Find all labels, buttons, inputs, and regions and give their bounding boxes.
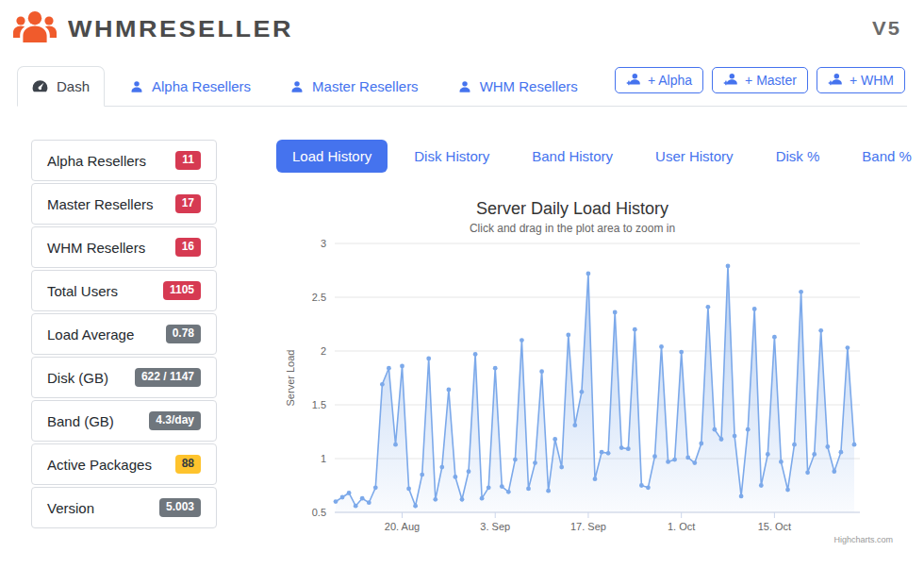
data-point[interactable] <box>792 443 797 447</box>
data-point[interactable] <box>619 445 624 450</box>
chart-credit[interactable]: Highcharts.com <box>833 535 893 544</box>
data-point[interactable] <box>646 485 651 490</box>
stat-row: Disk (GB) 622 / 1147 <box>31 357 217 398</box>
data-point[interactable] <box>706 305 711 309</box>
data-point[interactable] <box>493 366 498 371</box>
chart-tab[interactable]: Disk % <box>760 140 836 173</box>
data-point[interactable] <box>713 427 718 432</box>
data-point[interactable] <box>360 496 365 501</box>
nav-tab[interactable]: Alpha Resellers <box>116 66 265 107</box>
stat-badge: 622 / 1147 <box>135 368 201 386</box>
data-point[interactable] <box>719 437 724 442</box>
data-point[interactable] <box>467 469 471 474</box>
data-point[interactable] <box>393 443 398 447</box>
data-point[interactable] <box>818 328 823 333</box>
chart-tab[interactable]: Disk History <box>398 140 505 173</box>
chart-tab[interactable]: Load History <box>276 140 388 173</box>
data-point[interactable] <box>340 495 345 500</box>
data-point[interactable] <box>487 485 491 490</box>
data-point[interactable] <box>733 434 737 439</box>
data-point[interactable] <box>500 484 504 489</box>
data-point[interactable] <box>666 460 670 464</box>
data-point[interactable] <box>852 443 857 447</box>
chart-tab[interactable]: Band % <box>846 140 924 173</box>
nav-tab[interactable]: Master Resellers <box>276 66 433 107</box>
data-point[interactable] <box>354 504 358 509</box>
data-point[interactable] <box>572 423 577 427</box>
data-point[interactable] <box>539 369 544 374</box>
nav-tab[interactable]: Dash <box>17 66 105 107</box>
data-point[interactable] <box>805 470 810 475</box>
data-point[interactable] <box>832 469 836 474</box>
data-point[interactable] <box>772 335 777 340</box>
load-history-chart[interactable]: Server Daily Load HistoryClick and drag … <box>278 189 900 557</box>
data-point[interactable] <box>460 497 465 502</box>
data-point[interactable] <box>739 494 744 499</box>
data-point[interactable] <box>785 488 790 493</box>
stat-row: Load Average 0.78 <box>31 313 217 355</box>
data-point[interactable] <box>639 483 644 488</box>
data-point[interactable] <box>659 344 664 349</box>
data-point[interactable] <box>373 485 378 490</box>
x-tick-label: 17. Sep <box>570 521 606 532</box>
data-point[interactable] <box>447 388 452 393</box>
chart-tab[interactable]: User History <box>639 140 750 173</box>
data-point[interactable] <box>347 491 352 495</box>
data-point[interactable] <box>454 475 458 479</box>
data-point[interactable] <box>812 452 817 457</box>
data-point[interactable] <box>387 366 391 371</box>
data-point[interactable] <box>699 442 703 446</box>
data-point[interactable] <box>600 450 604 455</box>
data-point[interactable] <box>652 454 657 459</box>
data-point[interactable] <box>553 437 557 442</box>
nav-tab[interactable]: WHM Resellers <box>444 66 592 107</box>
data-point[interactable] <box>334 499 338 504</box>
data-point[interactable] <box>672 458 677 462</box>
data-point[interactable] <box>825 444 830 449</box>
data-point[interactable] <box>839 450 844 455</box>
data-point[interactable] <box>633 327 637 332</box>
data-point[interactable] <box>679 350 684 355</box>
data-point[interactable] <box>413 504 418 509</box>
data-point[interactable] <box>746 427 751 432</box>
data-point[interactable] <box>420 473 424 477</box>
stat-badge: 88 <box>175 455 201 473</box>
data-point[interactable] <box>606 451 611 456</box>
data-point[interactable] <box>685 456 690 460</box>
data-point[interactable] <box>526 487 531 492</box>
data-point[interactable] <box>752 307 757 311</box>
data-point[interactable] <box>480 496 485 501</box>
data-point[interactable] <box>433 497 437 502</box>
data-point[interactable] <box>439 465 444 470</box>
data-point[interactable] <box>473 352 478 357</box>
data-point[interactable] <box>846 345 850 350</box>
data-point[interactable] <box>779 460 784 464</box>
data-point[interactable] <box>759 483 764 488</box>
data-point[interactable] <box>766 452 770 457</box>
data-point[interactable] <box>559 465 564 470</box>
data-point[interactable] <box>626 446 631 451</box>
stat-label: WHM Resellers <box>47 240 145 256</box>
data-point[interactable] <box>726 264 731 269</box>
data-point[interactable] <box>400 364 404 369</box>
data-point[interactable] <box>613 310 618 315</box>
data-point[interactable] <box>506 490 511 494</box>
data-point[interactable] <box>513 458 518 462</box>
add-button[interactable]: + Master <box>712 67 808 93</box>
add-button[interactable]: + Alpha <box>615 67 703 93</box>
data-point[interactable] <box>593 476 598 481</box>
data-point[interactable] <box>367 500 371 505</box>
data-point[interactable] <box>533 460 537 465</box>
data-point[interactable] <box>520 338 524 343</box>
data-point[interactable] <box>692 460 697 465</box>
data-point[interactable] <box>799 290 803 294</box>
data-point[interactable] <box>426 357 431 361</box>
chart-tab[interactable]: Band History <box>516 140 629 173</box>
data-point[interactable] <box>586 272 591 276</box>
add-button[interactable]: + WHM <box>817 67 905 93</box>
data-point[interactable] <box>546 489 551 493</box>
data-point[interactable] <box>380 382 385 387</box>
data-point[interactable] <box>406 487 411 492</box>
data-point[interactable] <box>580 390 585 394</box>
data-point[interactable] <box>566 333 570 338</box>
